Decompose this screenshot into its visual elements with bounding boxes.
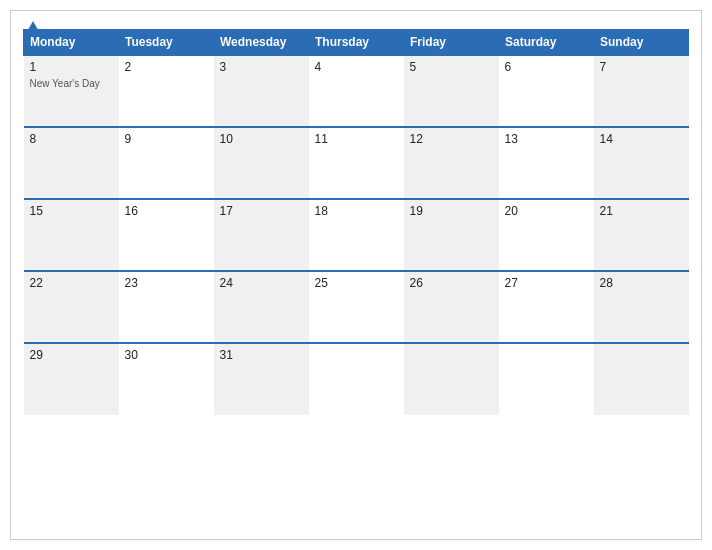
day-number: 15 <box>30 204 113 218</box>
calendar-cell: 18 <box>309 199 404 271</box>
calendar-cell: 5 <box>404 55 499 127</box>
calendar-cell: 12 <box>404 127 499 199</box>
day-number: 17 <box>220 204 303 218</box>
calendar-cell: 22 <box>24 271 119 343</box>
day-number: 1 <box>30 60 113 74</box>
calendar-cell <box>404 343 499 415</box>
day-number: 23 <box>125 276 208 290</box>
calendar-cell: 10 <box>214 127 309 199</box>
logo-triangle-icon <box>25 21 41 35</box>
day-number: 25 <box>315 276 398 290</box>
calendar-cell: 27 <box>499 271 594 343</box>
calendar-cell: 20 <box>499 199 594 271</box>
day-number: 3 <box>220 60 303 74</box>
calendar-cell: 30 <box>119 343 214 415</box>
day-number: 27 <box>505 276 588 290</box>
day-number: 28 <box>600 276 683 290</box>
calendar-cell: 16 <box>119 199 214 271</box>
week-row-4: 22232425262728 <box>24 271 689 343</box>
calendar-cell: 1New Year's Day <box>24 55 119 127</box>
day-number: 8 <box>30 132 113 146</box>
week-row-1: 1New Year's Day234567 <box>24 55 689 127</box>
weekday-header-thursday: Thursday <box>309 30 404 56</box>
day-number: 14 <box>600 132 683 146</box>
logo <box>23 21 41 36</box>
day-number: 16 <box>125 204 208 218</box>
calendar-cell: 31 <box>214 343 309 415</box>
calendar-cell: 2 <box>119 55 214 127</box>
calendar-cell <box>309 343 404 415</box>
calendar-container: MondayTuesdayWednesdayThursdayFridaySatu… <box>10 10 702 540</box>
day-number: 9 <box>125 132 208 146</box>
calendar-cell: 9 <box>119 127 214 199</box>
calendar-cell: 26 <box>404 271 499 343</box>
weekday-header-friday: Friday <box>404 30 499 56</box>
calendar-cell: 28 <box>594 271 689 343</box>
day-number: 12 <box>410 132 493 146</box>
calendar-cell: 14 <box>594 127 689 199</box>
calendar-cell <box>594 343 689 415</box>
calendar-cell: 13 <box>499 127 594 199</box>
day-number: 22 <box>30 276 113 290</box>
calendar-cell: 8 <box>24 127 119 199</box>
calendar-cell: 17 <box>214 199 309 271</box>
day-number: 29 <box>30 348 113 362</box>
day-number: 18 <box>315 204 398 218</box>
weekday-header-sunday: Sunday <box>594 30 689 56</box>
day-number: 10 <box>220 132 303 146</box>
calendar-cell <box>499 343 594 415</box>
calendar-cell: 29 <box>24 343 119 415</box>
week-row-2: 891011121314 <box>24 127 689 199</box>
calendar-cell: 6 <box>499 55 594 127</box>
day-number: 31 <box>220 348 303 362</box>
day-number: 6 <box>505 60 588 74</box>
weekday-header-wednesday: Wednesday <box>214 30 309 56</box>
calendar-cell: 23 <box>119 271 214 343</box>
week-row-3: 15161718192021 <box>24 199 689 271</box>
day-number: 24 <box>220 276 303 290</box>
logo-blue-text <box>23 21 41 36</box>
calendar-cell: 24 <box>214 271 309 343</box>
calendar-cell: 19 <box>404 199 499 271</box>
day-number: 30 <box>125 348 208 362</box>
holiday-label: New Year's Day <box>30 78 100 89</box>
weekday-header-row: MondayTuesdayWednesdayThursdayFridaySatu… <box>24 30 689 56</box>
week-row-5: 293031 <box>24 343 689 415</box>
calendar-cell: 15 <box>24 199 119 271</box>
day-number: 11 <box>315 132 398 146</box>
day-number: 21 <box>600 204 683 218</box>
day-number: 7 <box>600 60 683 74</box>
day-number: 2 <box>125 60 208 74</box>
weekday-header-tuesday: Tuesday <box>119 30 214 56</box>
calendar-cell: 21 <box>594 199 689 271</box>
calendar-cell: 7 <box>594 55 689 127</box>
day-number: 5 <box>410 60 493 74</box>
calendar-cell: 3 <box>214 55 309 127</box>
day-number: 4 <box>315 60 398 74</box>
calendar-cell: 25 <box>309 271 404 343</box>
day-number: 13 <box>505 132 588 146</box>
weekday-header-saturday: Saturday <box>499 30 594 56</box>
day-number: 26 <box>410 276 493 290</box>
day-number: 19 <box>410 204 493 218</box>
day-number: 20 <box>505 204 588 218</box>
calendar-table: MondayTuesdayWednesdayThursdayFridaySatu… <box>23 29 689 415</box>
calendar-cell: 4 <box>309 55 404 127</box>
calendar-cell: 11 <box>309 127 404 199</box>
